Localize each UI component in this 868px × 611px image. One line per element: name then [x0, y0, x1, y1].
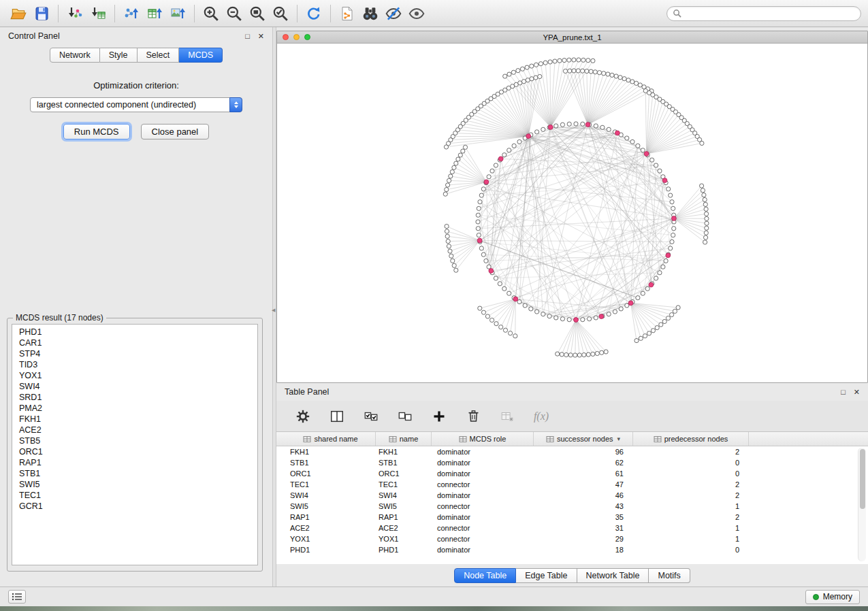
- network-node[interactable]: [595, 351, 599, 355]
- network-node[interactable]: [593, 70, 597, 74]
- network-node[interactable]: [449, 174, 453, 178]
- network-node[interactable]: [597, 71, 601, 75]
- network-node[interactable]: [498, 282, 502, 286]
- network-node[interactable]: [704, 231, 708, 235]
- mcds-result-item[interactable]: FKH1: [12, 414, 257, 425]
- network-node[interactable]: [534, 76, 538, 80]
- network-node[interactable]: [445, 188, 449, 192]
- export-network-button[interactable]: [120, 3, 143, 24]
- mcds-result-item[interactable]: CAR1: [12, 337, 257, 348]
- network-node[interactable]: [507, 148, 511, 152]
- network-node[interactable]: [456, 157, 460, 161]
- network-node[interactable]: [600, 350, 604, 354]
- network-node[interactable]: [481, 310, 485, 314]
- float-table-panel-button[interactable]: □: [841, 389, 846, 396]
- network-node[interactable]: [594, 124, 598, 128]
- mcds-result-item[interactable]: PHD1: [12, 327, 257, 337]
- network-node[interactable]: [645, 286, 649, 291]
- network-node[interactable]: [634, 81, 639, 85]
- network-node[interactable]: [636, 296, 640, 300]
- network-node[interactable]: [452, 263, 456, 267]
- network-node[interactable]: [703, 197, 707, 201]
- network-node[interactable]: [650, 158, 654, 162]
- network-node[interactable]: [479, 193, 483, 197]
- dominator-node[interactable]: [615, 131, 620, 135]
- network-node[interactable]: [606, 72, 610, 76]
- network-node[interactable]: [490, 169, 494, 173]
- network-node[interactable]: [630, 139, 634, 144]
- open-session-button[interactable]: [7, 3, 30, 24]
- network-node[interactable]: [586, 352, 590, 357]
- minimize-window-icon[interactable]: [293, 34, 300, 40]
- mcds-result-item[interactable]: SWI5: [12, 479, 257, 490]
- dominator-node[interactable]: [574, 318, 579, 323]
- network-node[interactable]: [704, 235, 708, 240]
- network-node[interactable]: [517, 139, 521, 144]
- collapse-panel-icon[interactable]: ◀: [272, 308, 275, 313]
- network-node[interactable]: [445, 234, 449, 238]
- network-node[interactable]: [509, 331, 513, 335]
- dominator-node[interactable]: [498, 156, 503, 161]
- zoom-out-button[interactable]: [223, 3, 246, 24]
- table-row[interactable]: STB1STB1dominator620: [276, 457, 858, 468]
- network-node[interactable]: [447, 178, 451, 182]
- network-node[interactable]: [662, 319, 666, 323]
- dominator-node[interactable]: [585, 122, 590, 127]
- network-node[interactable]: [705, 226, 709, 230]
- network-node[interactable]: [700, 184, 704, 188]
- add-column-button[interactable]: [430, 408, 448, 425]
- network-node[interactable]: [445, 225, 449, 229]
- network-node[interactable]: [534, 63, 539, 67]
- network-node[interactable]: [671, 206, 675, 210]
- network-node[interactable]: [669, 246, 673, 250]
- import-table-button[interactable]: [86, 3, 110, 24]
- dominator-node[interactable]: [513, 297, 518, 301]
- network-node[interactable]: [507, 72, 511, 76]
- network-node[interactable]: [671, 233, 675, 237]
- network-node[interactable]: [607, 127, 611, 131]
- network-node[interactable]: [494, 322, 498, 326]
- mcds-result-item[interactable]: GCR1: [12, 501, 257, 512]
- network-node[interactable]: [634, 339, 639, 343]
- close-panel-button-2[interactable]: Close panel: [141, 124, 210, 139]
- network-node[interactable]: [503, 328, 507, 332]
- network-node[interactable]: [452, 165, 456, 169]
- network-node[interactable]: [630, 80, 634, 84]
- network-node[interactable]: [703, 202, 707, 206]
- network-node[interactable]: [607, 312, 611, 316]
- network-node[interactable]: [567, 318, 571, 322]
- save-session-button[interactable]: [30, 3, 53, 24]
- network-node[interactable]: [558, 59, 562, 63]
- network-node[interactable]: [572, 58, 576, 62]
- network-node[interactable]: [481, 187, 485, 191]
- network-node[interactable]: [600, 125, 605, 129]
- dominator-node[interactable]: [484, 180, 489, 184]
- column-header-shared-name[interactable]: shared name: [286, 432, 376, 446]
- deselect-all-columns-button[interactable]: [396, 408, 414, 425]
- network-node[interactable]: [525, 65, 529, 69]
- network-node[interactable]: [548, 60, 552, 64]
- export-table-button[interactable]: [143, 3, 166, 24]
- network-node[interactable]: [454, 268, 458, 272]
- mcds-result-item[interactable]: STP4: [12, 348, 257, 359]
- maximize-window-icon[interactable]: [304, 34, 310, 40]
- table-row[interactable]: SWI5SWI5connector431: [276, 501, 858, 512]
- network-node[interactable]: [517, 300, 521, 304]
- network-node[interactable]: [530, 64, 534, 68]
- share-document-button[interactable]: [336, 3, 359, 24]
- network-node[interactable]: [538, 74, 542, 78]
- network-node[interactable]: [529, 307, 533, 311]
- network-node[interactable]: [610, 73, 614, 77]
- table-row[interactable]: RAP1RAP1dominator352: [276, 512, 858, 523]
- network-node[interactable]: [447, 244, 451, 248]
- network-node[interactable]: [567, 122, 571, 126]
- network-node[interactable]: [676, 306, 680, 310]
- network-node[interactable]: [562, 59, 566, 63]
- network-node[interactable]: [476, 220, 480, 224]
- network-node[interactable]: [523, 303, 527, 308]
- float-panel-button[interactable]: □: [245, 33, 250, 40]
- network-node[interactable]: [554, 124, 558, 128]
- zoom-selected-button[interactable]: [269, 3, 292, 24]
- eye-button[interactable]: [405, 3, 428, 24]
- network-node[interactable]: [651, 329, 655, 333]
